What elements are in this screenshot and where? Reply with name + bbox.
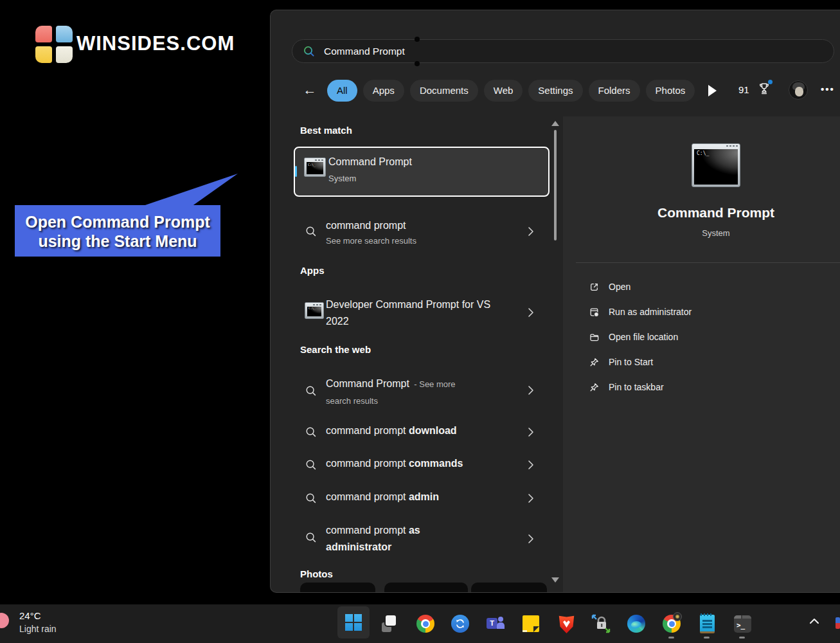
section-header-best-match: Best match xyxy=(300,125,352,136)
search-icon xyxy=(305,225,317,238)
result-see-more-search[interactable]: command prompt See more search results xyxy=(294,215,553,248)
action-pin-to-taskbar[interactable]: Pin to taskbar xyxy=(578,376,837,400)
result-developer-command-prompt[interactable]: C:\_ Developer Command Prompt for VS 202… xyxy=(294,292,553,333)
callout-bubble: Open Command Prompt using the Start Menu xyxy=(15,205,220,257)
result-query-bold: commands xyxy=(409,458,463,469)
taskbar-edge-icon[interactable] xyxy=(622,610,650,638)
filter-tab-all[interactable]: All xyxy=(327,80,357,102)
search-icon xyxy=(305,531,317,544)
tray-partial-icon[interactable] xyxy=(836,617,840,629)
run-as-admin-icon xyxy=(589,307,600,318)
scrollbar-down-arrow[interactable] xyxy=(551,577,559,583)
divider xyxy=(576,262,840,263)
tray-chevron-up-icon[interactable] xyxy=(809,617,820,625)
logo-text: WINSIDES.COM xyxy=(76,32,235,55)
result-subtitle: See more search results xyxy=(326,236,416,246)
action-open-file-location[interactable]: Open file location xyxy=(578,325,837,350)
chevron-right-icon xyxy=(528,226,534,237)
taskbar-notepad-icon[interactable] xyxy=(693,610,721,638)
command-prompt-icon-large: C:\_ xyxy=(692,143,740,187)
user-avatar[interactable] xyxy=(789,80,808,100)
windows-logo-icon xyxy=(345,614,362,631)
text-selection-handle-top[interactable] xyxy=(415,37,420,42)
result-title: Developer Command Prompt for VS 2022 xyxy=(326,296,492,330)
filter-tab-folders[interactable]: Folders xyxy=(589,80,640,102)
taskbar-sticky-notes-icon[interactable] xyxy=(517,610,545,638)
running-indicator xyxy=(668,637,674,638)
result-web-see-more[interactable]: Command Prompt - See more search results xyxy=(294,370,553,410)
search-query-text: Command Prompt xyxy=(324,40,405,62)
result-query: command prompt xyxy=(326,525,409,536)
result-query-bold: admin xyxy=(409,491,439,502)
scrollbar-up-arrow[interactable] xyxy=(551,121,559,126)
chevron-right-icon xyxy=(528,534,534,544)
result-detail-panel: C:\_ Command Prompt System Open Run as a… xyxy=(563,116,840,593)
result-web-download[interactable]: command prompt download xyxy=(294,419,553,445)
detail-subtitle: System xyxy=(577,228,840,238)
action-label: Pin to taskbar xyxy=(609,382,664,392)
best-match-result[interactable]: C:\_ Command Prompt System xyxy=(294,147,550,197)
photo-thumbnail[interactable] xyxy=(384,583,468,593)
filter-tab-apps[interactable]: Apps xyxy=(363,80,404,102)
action-label: Open xyxy=(609,282,630,292)
folder-icon xyxy=(589,332,600,343)
filter-scroll-right-button[interactable] xyxy=(704,82,720,99)
taskbar-chrome-profile-icon[interactable] xyxy=(657,610,686,638)
result-web-as-administrator[interactable]: command prompt as administrator xyxy=(294,518,553,559)
taskbar-remote-lock-icon[interactable] xyxy=(587,610,615,638)
more-options-button[interactable]: ••• xyxy=(817,82,839,98)
winsides-window-icon xyxy=(35,26,73,63)
logo-pane-blue xyxy=(56,26,73,42)
running-indicator xyxy=(704,637,710,638)
back-button[interactable]: ← xyxy=(301,81,318,99)
search-icon xyxy=(305,458,317,471)
callout-line1: Open Command Prompt xyxy=(15,212,220,231)
action-open[interactable]: Open xyxy=(578,275,837,300)
taskbar-brave-icon[interactable] xyxy=(552,610,580,638)
filter-tab-documents[interactable]: Documents xyxy=(410,80,478,102)
play-icon xyxy=(708,85,717,96)
taskbar-chrome-icon[interactable] xyxy=(411,610,440,638)
result-title: command prompt xyxy=(326,220,406,231)
logo-pane-red xyxy=(35,26,52,42)
start-menu-search-panel: Command Prompt ← All Apps Documents Web … xyxy=(270,10,840,593)
photo-thumbnail[interactable] xyxy=(300,583,375,593)
chevron-right-icon xyxy=(528,460,534,470)
text-selection-handle-bottom[interactable] xyxy=(415,61,420,66)
search-icon xyxy=(305,492,317,505)
filter-tab-web[interactable]: Web xyxy=(484,80,523,102)
action-label: Run as administrator xyxy=(609,307,692,317)
result-web-admin[interactable]: command prompt admin xyxy=(294,485,553,511)
chevron-right-icon xyxy=(528,385,534,395)
action-run-as-administrator[interactable]: Run as administrator xyxy=(578,300,837,325)
result-query: command prompt xyxy=(326,425,409,436)
start-button[interactable] xyxy=(337,606,370,638)
filter-tab-photos[interactable]: Photos xyxy=(646,80,695,102)
open-external-icon xyxy=(589,282,600,293)
command-prompt-icon: C:\_ xyxy=(304,158,326,177)
search-input[interactable]: Command Prompt xyxy=(292,39,834,63)
taskbar-sync-app-icon[interactable] xyxy=(446,610,474,638)
callout-tail xyxy=(125,167,244,207)
winsides-logo: WINSIDES.COM xyxy=(35,26,254,63)
weather-icon[interactable] xyxy=(0,613,9,628)
detail-title: Command Prompt xyxy=(577,205,840,221)
photo-thumbnail[interactable] xyxy=(471,583,547,593)
selection-accent-bar xyxy=(295,166,297,177)
rewards-points: 91 xyxy=(738,84,749,95)
callout-line2: using the Start Menu xyxy=(15,231,220,251)
section-header-apps: Apps xyxy=(300,265,325,276)
task-view-button[interactable] xyxy=(376,610,404,638)
search-icon xyxy=(305,385,317,397)
weather-condition[interactable]: Light rain xyxy=(19,624,57,634)
pin-icon xyxy=(589,382,600,393)
search-icon xyxy=(302,44,316,59)
weather-temperature[interactable]: 24°C xyxy=(19,610,41,621)
taskbar-teams-icon[interactable]: T xyxy=(481,610,510,638)
chevron-right-icon xyxy=(528,493,534,503)
action-pin-to-start[interactable]: Pin to Start xyxy=(578,350,837,375)
result-web-commands[interactable]: command prompt commands xyxy=(294,452,553,478)
scrollbar-thumb[interactable] xyxy=(554,130,557,240)
taskbar-terminal-icon[interactable]: >_ xyxy=(728,610,756,638)
filter-tab-settings[interactable]: Settings xyxy=(528,80,582,102)
